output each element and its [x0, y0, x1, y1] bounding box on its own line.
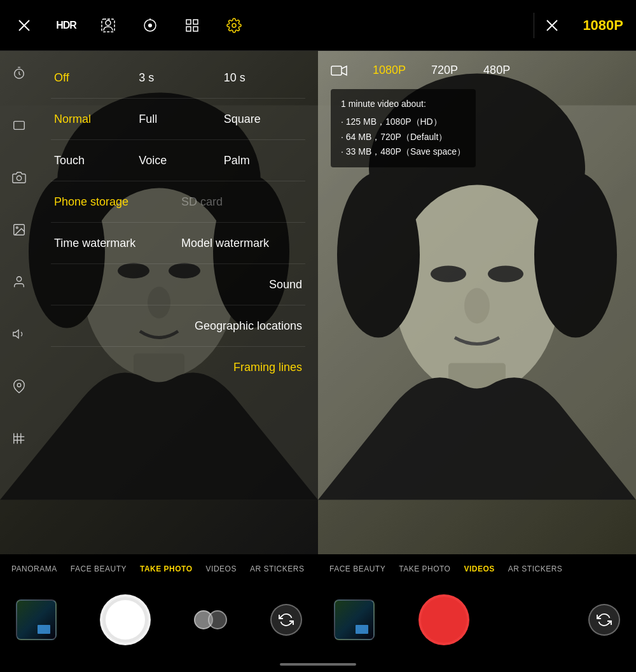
svg-point-2	[106, 20, 111, 25]
aspect-row: Normal Full Square	[51, 99, 305, 140]
home-bar	[280, 663, 356, 666]
top-toolbar: HDR	[0, 0, 636, 51]
bottom-right-controls: FACE BEAUTY TAKE PHOTO VIDEOS AR STICKER…	[318, 554, 636, 656]
thumbnail-screen-glow-right	[356, 625, 368, 634]
grid-icon-btn[interactable]	[181, 14, 204, 37]
info-item-1: · 125 MB，1080P（HD）	[341, 115, 466, 130]
resolution-badge: 1080P	[583, 17, 623, 34]
phone-storage-option[interactable]: Phone storage	[51, 195, 178, 209]
tab-panorama[interactable]: PANORAMA	[6, 562, 62, 576]
svg-marker-30	[13, 330, 18, 339]
sidebar-grid-icon[interactable]	[10, 429, 29, 448]
timer-icon[interactable]	[139, 14, 162, 37]
svg-point-28	[16, 227, 18, 228]
home-indicator	[0, 656, 636, 672]
res-1080p-option[interactable]: 1080P	[373, 64, 406, 77]
thumbnail-screen-glow	[38, 625, 50, 634]
timer-3s-option[interactable]: 3 s	[135, 71, 220, 85]
square-option[interactable]: Square	[221, 113, 305, 126]
sidebar-sound-icon[interactable]	[10, 325, 29, 344]
svg-rect-25	[14, 122, 25, 130]
svg-rect-46	[331, 66, 342, 75]
shutter-row: Touch Voice Palm	[51, 140, 305, 181]
info-title: 1 minute video about:	[341, 97, 466, 112]
sidebar-aspect-icon[interactable]	[10, 116, 29, 135]
sound-row: Sound	[51, 264, 305, 305]
sd-card-option[interactable]: SD card	[178, 195, 305, 209]
shutter-button[interactable]	[100, 594, 151, 645]
hdr-icon[interactable]: HDR	[55, 14, 78, 37]
mode-tabs-left: PANORAMA FACE BEAUTY TAKE PHOTO VIDEOS A…	[0, 554, 318, 583]
record-button[interactable]	[418, 594, 469, 645]
tab-right-ar-stickers[interactable]: AR STICKERS	[503, 562, 568, 576]
bottom-left-controls: PANORAMA FACE BEAUTY TAKE PHOTO VIDEOS A…	[0, 554, 318, 656]
framing-option[interactable]: Framing lines	[51, 361, 305, 374]
video-info-box: 1 minute video about: · 125 MB，1080P（HD）…	[331, 89, 476, 167]
sidebar-location-icon[interactable]	[10, 377, 29, 396]
res-480p-option[interactable]: 480P	[483, 64, 510, 77]
timer-10s-option[interactable]: 10 s	[221, 71, 305, 85]
svg-rect-8	[193, 20, 198, 24]
timer-row: Off 3 s 10 s	[51, 57, 305, 99]
tab-right-take-photo[interactable]: TAKE PHOTO	[394, 562, 455, 576]
camera-switch-button[interactable]	[270, 604, 302, 636]
tab-take-photo[interactable]: TAKE PHOTO	[135, 562, 198, 576]
sidebar-camera-icon[interactable]	[10, 168, 29, 187]
svg-point-26	[17, 176, 21, 180]
sidebar-timer-icon[interactable]	[10, 64, 29, 83]
storage-row: Phone storage SD card	[51, 181, 305, 223]
tab-right-videos[interactable]: VIDEOS	[459, 562, 499, 576]
camera-controls-right	[318, 583, 636, 656]
right-camera-panel: 1080P 720P 480P 1 minute video about: · …	[318, 51, 636, 554]
main-area: Off 3 s 10 s Normal Full Square Touch Vo…	[0, 51, 636, 554]
sidebar-icons	[0, 51, 38, 554]
switch-camera-icon-right	[597, 612, 612, 627]
watermark-row: Time watermark Model watermark	[51, 223, 305, 264]
sidebar-gallery-icon[interactable]	[10, 220, 29, 239]
switch-camera-icon	[279, 612, 294, 627]
camera-controls-left	[0, 583, 318, 656]
res-720p-option[interactable]: 720P	[431, 64, 458, 77]
info-item-3: · 33 MB，480P（Save space）	[341, 144, 466, 160]
toolbar-right: 1080P	[541, 14, 623, 37]
flash-right-icon[interactable]	[541, 14, 563, 37]
tab-ar-stickers[interactable]: AR STICKERS	[245, 562, 310, 576]
settings-icon[interactable]	[223, 14, 245, 37]
camera-switch-button-right[interactable]	[588, 604, 620, 636]
sidebar-person-icon[interactable]	[10, 272, 29, 291]
svg-point-31	[17, 383, 21, 387]
geo-option[interactable]: Geographic locations	[51, 319, 305, 333]
gallery-thumbnail-left[interactable]	[16, 599, 57, 640]
toolbar-left: HDR	[13, 14, 527, 37]
tab-right-face-beauty[interactable]: FACE BEAUTY	[324, 562, 391, 576]
settings-menu: Off 3 s 10 s Normal Full Square Touch Vo…	[38, 51, 318, 554]
palm-option[interactable]: Palm	[221, 154, 305, 167]
tab-videos[interactable]: VIDEOS	[201, 562, 242, 576]
full-option[interactable]: Full	[135, 113, 220, 126]
time-watermark-option[interactable]: Time watermark	[51, 237, 178, 250]
timer-off-option[interactable]: Off	[51, 71, 135, 85]
normal-option[interactable]: Normal	[51, 113, 135, 126]
tab-face-beauty[interactable]: FACE BEAUTY	[66, 562, 132, 576]
mode-tabs-right: FACE BEAUTY TAKE PHOTO VIDEOS AR STICKER…	[318, 554, 636, 583]
svg-rect-9	[186, 27, 191, 31]
svg-point-11	[232, 24, 236, 27]
video-resolution-bar: 1080P 720P 480P	[318, 57, 636, 83]
toolbar-divider	[534, 13, 534, 38]
bottom-bar: PANORAMA FACE BEAUTY TAKE PHOTO VIDEOS A…	[0, 554, 636, 656]
gallery-thumbnail-right[interactable]	[334, 599, 375, 640]
portrait-icon[interactable]	[97, 14, 120, 37]
svg-rect-7	[186, 20, 191, 24]
sound-option[interactable]: Sound	[51, 278, 305, 291]
shutter-inner-ring	[104, 598, 147, 641]
touch-option[interactable]: Touch	[51, 154, 135, 167]
model-watermark-option[interactable]: Model watermark	[178, 237, 305, 250]
filter-circle-2	[208, 610, 227, 629]
voice-option[interactable]: Voice	[135, 154, 220, 167]
svg-point-29	[17, 277, 21, 281]
left-camera-panel: Off 3 s 10 s Normal Full Square Touch Vo…	[0, 51, 318, 554]
video-camera-icon	[331, 64, 347, 77]
framing-row: Framing lines	[51, 347, 305, 388]
flash-icon[interactable]	[13, 14, 36, 37]
filter-circles[interactable]	[194, 610, 227, 629]
